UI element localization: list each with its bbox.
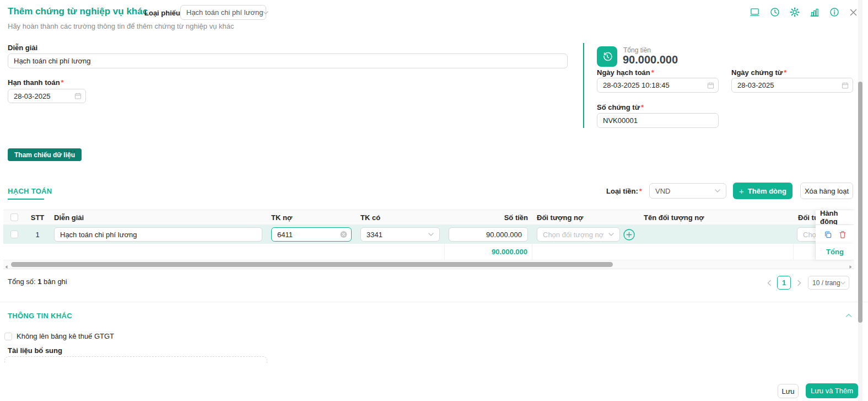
next-page-icon[interactable] (797, 280, 802, 286)
clear-icon[interactable] (340, 231, 347, 238)
ngay-hach-toan-label: Ngày hạch toán* (597, 68, 654, 77)
dien-giai-input[interactable] (8, 54, 568, 68)
dien-giai-label: Diễn giải (8, 44, 37, 52)
more-actions-button[interactable]: ··· (67, 147, 77, 155)
chevron-down-icon (840, 281, 845, 285)
ngay-chung-tu-label: Ngày chứng từ* (731, 68, 786, 77)
tab-hach-toan[interactable]: HẠCH TOÁN (8, 187, 52, 195)
ngay-hach-toan-input[interactable] (597, 78, 719, 93)
tong-tien-label: Tổng tiền (623, 46, 651, 54)
total-so-tien: 90.000.000 (444, 244, 532, 260)
scroll-right-arrow-icon[interactable] (849, 263, 853, 271)
select-all-checkbox[interactable] (10, 213, 18, 221)
col-header-tk-no: TK nợ (267, 210, 356, 224)
gtgt-checkbox-row: Không lên bảng kê thuế GTGT (4, 332, 114, 340)
tai-lieu-bo-sung-label: Tài liệu bổ sung (8, 346, 62, 355)
chevron-down-icon (715, 189, 720, 193)
clock-icon[interactable] (770, 7, 780, 17)
monitor-icon[interactable] (750, 7, 760, 17)
window-toolbar (750, 7, 858, 17)
row-doi-tuong-no-select[interactable]: Chọn đối tượng nợ (537, 227, 620, 242)
currency-value: VND (655, 187, 670, 195)
row-checkbox[interactable] (10, 231, 18, 238)
col-header-tk-co: TK có (356, 210, 444, 224)
gtgt-checkbox-label: Không lên bảng kê thuế GTGT (17, 332, 114, 340)
page-subtitle: Hãy hoàn thành các trường thông tin để t… (8, 22, 234, 30)
history-icon (597, 46, 617, 67)
currency-select[interactable]: VND (649, 183, 726, 199)
tab-active-underline (8, 199, 44, 200)
bulk-delete-button[interactable]: Xóa hàng loạt (800, 183, 853, 199)
table-header-row: STT Diễn giải TK nợ TK có Số tiền Đối tư… (3, 210, 854, 225)
horizontal-scrollbar[interactable] (3, 260, 854, 269)
add-row-button[interactable]: + Thêm dòng (733, 183, 792, 199)
chevron-down-icon (263, 11, 268, 14)
form-vertical-divider (583, 43, 584, 128)
copy-row-icon[interactable] (824, 231, 832, 239)
gear-icon[interactable] (790, 7, 800, 17)
row-so-tien-input[interactable] (449, 227, 528, 242)
hach-toan-table: STT Diễn giải TK nợ TK có Số tiền Đối tư… (3, 210, 854, 269)
record-count: Tổng số: 1 bản ghi (8, 277, 67, 286)
row-doi-tuong-co-input-truncated[interactable] (797, 227, 816, 242)
tong-tien-value: 90.000.000 (623, 54, 678, 66)
loai-tien-label: Loại tiền:* (606, 187, 642, 195)
prev-page-icon[interactable] (767, 280, 772, 286)
section-divider (0, 302, 868, 302)
calendar-icon (74, 93, 82, 100)
row-tk-co-select[interactable]: 3341 (360, 227, 440, 242)
col-header-so-tien: Số tiền (444, 210, 532, 224)
chevron-down-icon (608, 233, 614, 236)
page-size-select[interactable]: 10 / trang (808, 276, 849, 290)
add-doi-tuong-button[interactable] (623, 229, 635, 240)
row-dien-giai-input[interactable] (54, 227, 262, 242)
row-stt: 1 (25, 225, 50, 244)
table-row: 1 3341 Chọn đối tượng nợ (3, 225, 854, 244)
col-header-doi-tuong-no: Đối tượng nợ (532, 210, 639, 224)
table-total-row: 90.000.000 Tổng (3, 244, 854, 260)
gtgt-checkbox[interactable] (4, 333, 12, 340)
info-icon[interactable] (829, 7, 839, 17)
loai-phieu-select[interactable]: Hạch toán chi phí lương (180, 5, 266, 20)
so-chung-tu-input[interactable] (597, 113, 719, 128)
col-header-dien-giai: Diễn giải (50, 210, 267, 224)
delete-row-icon[interactable] (839, 231, 847, 239)
col-header-ten-doi-tuong-no: Tên đối tượng nợ (639, 210, 794, 224)
chevron-down-icon (428, 233, 434, 236)
page-number-button[interactable]: 1 (777, 276, 791, 290)
calendar-icon (842, 82, 849, 89)
collapse-chevron-up-icon[interactable] (845, 313, 852, 318)
loai-phieu-label: Loại phiếu (144, 9, 180, 17)
save-button[interactable]: Lưu (778, 384, 799, 398)
close-icon[interactable] (849, 8, 858, 17)
attachment-upload-area[interactable] (4, 356, 267, 363)
horizontal-scrollbar-thumb[interactable] (11, 262, 613, 267)
page-title: Thêm chứng từ nghiệp vụ khác (8, 6, 148, 17)
calendar-icon (707, 82, 714, 89)
col-header-hanh-dong: Hành động (816, 210, 854, 224)
save-and-add-button[interactable]: Lưu và Thêm (806, 383, 858, 398)
ngay-chung-tu-input[interactable] (731, 78, 853, 93)
col-header-doi-tuong-co-truncated: Đối tư (794, 210, 816, 224)
col-header-stt: STT (25, 210, 50, 224)
plus-icon: + (739, 186, 744, 196)
han-thanh-toan-label: Hạn thanh toán* (8, 78, 64, 87)
total-label: Tổng (816, 244, 854, 260)
vertical-scrollbar-thumb[interactable] (858, 82, 862, 323)
chart-icon[interactable] (810, 7, 820, 17)
so-chung-tu-label: Số chứng từ* (597, 103, 644, 111)
other-info-title: THÔNG TIN KHÁC (8, 312, 72, 320)
loai-phieu-value: Hạch toán chi phí lương (186, 8, 263, 17)
row-ten-doi-tuong-no (639, 225, 794, 244)
scroll-left-arrow-icon[interactable] (4, 263, 8, 271)
